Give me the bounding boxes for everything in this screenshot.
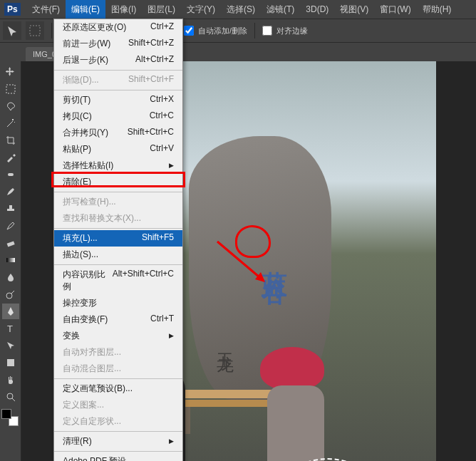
blur-tool-icon[interactable] (2, 269, 19, 285)
heal-tool-icon[interactable] (2, 167, 19, 182)
menu-item-label: Adobe PDF 预设... (63, 455, 133, 461)
svg-point-17 (7, 393, 13, 399)
menu-item[interactable]: 粘贴(P)Ctrl+V (54, 141, 182, 157)
menu-file[interactable]: 文件(F) (26, 0, 66, 19)
menu-item[interactable]: 清理(R) (54, 433, 182, 450)
menu-item-shortcut (166, 435, 174, 447)
menu-item-shortcut: Shift+Ctrl+Z (128, 38, 174, 50)
menu-item-label: 合并拷贝(Y) (63, 127, 108, 139)
svg-point-14 (6, 293, 12, 299)
annotation-circle (235, 225, 271, 258)
menu-separator (54, 378, 182, 379)
svg-text:T: T (7, 323, 13, 333)
menu-item-shortcut: Ctrl+X (150, 94, 174, 106)
menu-separator (54, 228, 182, 229)
brush-tool-icon[interactable] (2, 184, 19, 200)
menu-separator (54, 90, 182, 90)
menu-separator (54, 70, 182, 71)
separator (254, 23, 255, 38)
menu-item[interactable]: 填充(L)...Shift+F5 (54, 230, 182, 247)
eyedropper-tool-icon[interactable] (2, 150, 19, 165)
zoom-tool-icon[interactable] (2, 389, 19, 405)
wand-tool-icon[interactable] (2, 115, 19, 131)
menu-item-label: 渐隐(D)... (63, 74, 99, 86)
menu-image[interactable]: 图像(I) (105, 0, 142, 19)
rock-text-2: 玉龙 (214, 339, 237, 345)
svg-rect-10 (6, 85, 15, 93)
menu-item[interactable]: 合并拷贝(Y)Shift+Ctrl+C (54, 125, 182, 141)
menu-item-label: 粘贴(P) (63, 143, 91, 155)
menu-item[interactable]: 剪切(T)Ctrl+X (54, 92, 182, 108)
menu-item[interactable]: 前进一步(W)Shift+Ctrl+Z (54, 36, 182, 52)
menu-item: 拼写检查(H)... (54, 194, 182, 210)
path-select-icon[interactable] (2, 338, 19, 353)
person-right (260, 347, 331, 461)
marquee-tool-icon[interactable] (2, 81, 19, 97)
menu-item-shortcut (166, 330, 174, 342)
tool-preset-icon[interactable] (3, 21, 21, 40)
menu-item[interactable]: 内容识别比例Alt+Shift+Ctrl+C (54, 266, 182, 295)
menu-item[interactable]: Adobe PDF 预设... (54, 453, 182, 461)
hand-tool-icon[interactable] (2, 372, 19, 388)
menu-item[interactable]: 变换 (54, 328, 182, 344)
menu-item-shortcut: Shift+Ctrl+F (128, 74, 174, 86)
menu-item[interactable]: 选择性粘贴(I) (54, 157, 182, 174)
menu-item-label: 还原选区更改(O) (63, 21, 126, 33)
menu-window[interactable]: 窗口(W) (374, 0, 416, 19)
align-edges-checkbox[interactable] (262, 26, 272, 36)
menu-item-label: 拷贝(C) (63, 110, 92, 123)
type-tool-icon[interactable]: T (2, 321, 19, 336)
move-tool-icon[interactable] (2, 64, 19, 80)
pen-tool-icon[interactable] (2, 304, 19, 319)
menu-item[interactable]: 描边(S)... (54, 247, 182, 263)
menu-item[interactable]: 定义画笔预设(B)... (54, 380, 182, 397)
menu-item-shortcut: Alt+Ctrl+Z (135, 54, 174, 66)
menu-item-shortcut: Ctrl+V (150, 143, 174, 155)
menu-item[interactable]: 清除(E) (54, 174, 182, 190)
eraser-tool-icon[interactable] (2, 235, 19, 251)
menu-item-label: 选择性粘贴(I) (63, 160, 113, 172)
menu-view[interactable]: 视图(V) (334, 0, 374, 19)
menu-item-label: 自由变换(F) (63, 314, 108, 326)
menu-item-label: 拼写检查(H)... (63, 196, 116, 208)
menu-item: 自动混合图层... (54, 361, 182, 377)
menu-item[interactable]: 操控变形 (54, 295, 182, 311)
app-logo: Ps (4, 3, 21, 16)
menu-item-label: 定义画笔预设(B)... (63, 383, 133, 395)
menu-select[interactable]: 选择(S) (221, 0, 261, 19)
menu-item[interactable]: 自由变换(F)Ctrl+T (54, 311, 182, 328)
color-swatches[interactable] (1, 409, 19, 426)
menu-3d[interactable]: 3D(D) (300, 0, 334, 19)
menu-edit[interactable]: 编辑(E) (66, 0, 105, 19)
menu-item-label: 清理(R) (63, 435, 92, 447)
menu-item: 查找和替换文本(X)... (54, 210, 182, 227)
menubar: Ps 文件(F) 编辑(E) 图像(I) 图层(L) 文字(Y) 选择(S) 滤… (0, 0, 476, 19)
selection-mode-icon[interactable] (26, 21, 44, 40)
menu-filter[interactable]: 滤镜(T) (261, 0, 300, 19)
menu-item-label: 描边(S)... (63, 249, 98, 261)
history-brush-icon[interactable] (2, 218, 19, 234)
menu-item[interactable]: 后退一步(K)Alt+Ctrl+Z (54, 52, 182, 68)
crop-tool-icon[interactable] (2, 133, 19, 148)
menu-item: 渐隐(D)...Shift+Ctrl+F (54, 72, 182, 88)
menu-item-shortcut: Shift+F5 (142, 232, 174, 244)
lasso-tool-icon[interactable] (2, 98, 19, 114)
menu-separator (54, 451, 182, 452)
shape-tool-icon[interactable] (2, 355, 19, 371)
menu-item-label: 填充(L)... (63, 232, 98, 244)
menu-help[interactable]: 帮助(H) (417, 0, 457, 19)
menu-layer[interactable]: 图层(L) (142, 0, 181, 19)
menu-item-label: 定义图案... (63, 399, 104, 411)
gradient-tool-icon[interactable] (2, 252, 19, 268)
dodge-tool-icon[interactable] (2, 286, 19, 302)
auto-add-checkbox[interactable] (184, 26, 194, 36)
menu-text[interactable]: 文字(Y) (181, 0, 221, 19)
menu-item-shortcut: Ctrl+C (150, 110, 174, 123)
fg-swatch[interactable] (1, 409, 11, 419)
separator (51, 23, 52, 38)
menu-item[interactable]: 还原选区更改(O)Ctrl+Z (54, 19, 182, 36)
stamp-tool-icon[interactable] (2, 201, 19, 217)
menu-item-label: 定义自定形状... (63, 415, 121, 428)
svg-rect-11 (8, 173, 14, 176)
menu-item[interactable]: 拷贝(C)Ctrl+C (54, 108, 182, 125)
